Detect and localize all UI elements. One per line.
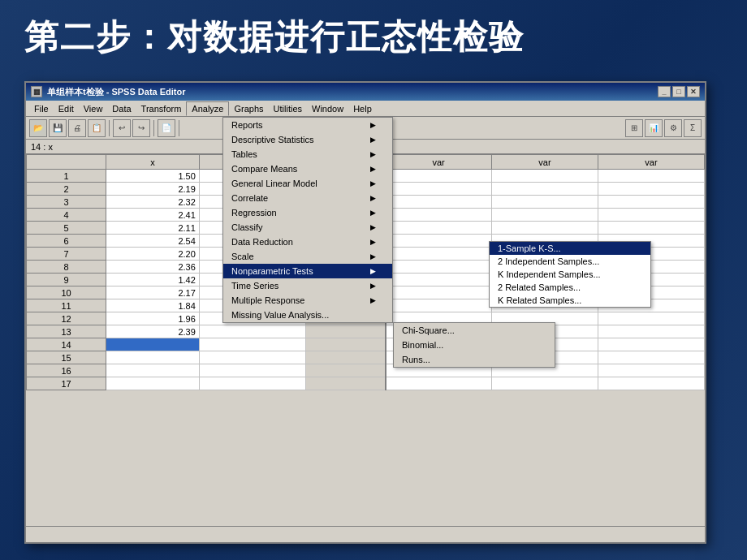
cell-x[interactable]: 2.41 <box>106 209 200 222</box>
toolbar-gear-btn[interactable]: ⚙ <box>664 119 682 137</box>
menu-2-independent[interactable]: 2 Independent Samples... <box>490 255 650 268</box>
cell-var-extra[interactable] <box>386 299 492 312</box>
cell-var-extra[interactable] <box>386 183 492 196</box>
cell-var-extra[interactable] <box>386 377 492 390</box>
cell-var[interactable] <box>199 364 305 377</box>
cell-var-extra[interactable] <box>386 274 492 286</box>
menu-utilities[interactable]: Utilities <box>269 102 307 115</box>
toolbar-redo-btn[interactable]: ↪ <box>132 119 150 137</box>
menu-transform[interactable]: Transform <box>136 102 187 115</box>
cell-x[interactable]: 2.11 <box>106 222 200 235</box>
menu-general-linear-model[interactable]: General Linear Model ▶ <box>223 176 392 191</box>
menu-runs[interactable]: Runs... <box>394 352 555 367</box>
menu-2-related[interactable]: 2 Related Samples... <box>490 281 650 294</box>
toolbar-chart-btn[interactable]: 📊 <box>645 119 663 137</box>
toolbar-recall-btn[interactable]: 📋 <box>88 119 106 137</box>
cell-var-extra[interactable] <box>598 364 704 377</box>
menu-chi-square[interactable]: Chi-Square... <box>394 323 555 338</box>
cell-var-extra[interactable] <box>492 183 598 196</box>
cell-var-extra[interactable] <box>386 209 492 222</box>
cell-var-extra[interactable] <box>386 170 492 183</box>
menu-classify[interactable]: Classify ▶ <box>223 220 392 235</box>
cell-x[interactable]: 2.17 <box>106 286 200 299</box>
col-header-var4[interactable]: var <box>598 155 704 170</box>
menu-missing-value-analysis[interactable]: Missing Value Analysis... <box>223 308 392 322</box>
toolbar-save-btn[interactable]: 💾 <box>49 119 67 137</box>
maximize-button[interactable]: □ <box>672 86 685 97</box>
cell-x[interactable] <box>106 377 200 390</box>
cell-var-extra[interactable] <box>598 196 704 209</box>
menu-k-independent[interactable]: K Independent Samples... <box>490 268 650 281</box>
cell-var[interactable] <box>199 338 305 351</box>
cell-var-extra[interactable] <box>598 183 704 196</box>
close-button[interactable]: ✕ <box>687 86 700 97</box>
cell-x[interactable]: 2.54 <box>106 235 200 248</box>
cell-x[interactable]: 2.36 <box>106 261 200 274</box>
toolbar-new-btn[interactable]: 📄 <box>158 119 175 137</box>
cell-var-extra[interactable] <box>598 377 704 390</box>
cell-x[interactable]: 1.50 <box>106 170 200 183</box>
menu-window[interactable]: Window <box>307 102 348 115</box>
menu-file[interactable]: File <box>29 102 54 115</box>
cell-var-extra[interactable] <box>492 196 598 209</box>
menu-nonparametric-tests[interactable]: Nonparametric Tests ▶ <box>223 264 392 278</box>
cell-x[interactable]: 2.32 <box>106 196 200 209</box>
menu-time-series[interactable]: Time Series ▶ <box>223 278 392 293</box>
menu-correlate[interactable]: Correlate ▶ <box>223 191 392 205</box>
menu-edit[interactable]: Edit <box>54 102 79 115</box>
cell-var-extra[interactable] <box>598 338 704 351</box>
cell-var-extra[interactable] <box>598 222 704 235</box>
menu-k-related[interactable]: K Related Samples... <box>490 294 650 307</box>
toolbar-open-btn[interactable]: 📂 <box>29 119 47 137</box>
menu-help[interactable]: Help <box>348 102 377 115</box>
cell-var-extra[interactable] <box>598 170 704 183</box>
cell-var[interactable] <box>199 325 305 338</box>
cell-var-extra[interactable] <box>386 235 492 248</box>
menu-analyze[interactable]: Analyze <box>186 101 229 116</box>
menu-binomial[interactable]: Binomial... <box>394 338 555 352</box>
toolbar-stats-btn[interactable]: Σ <box>684 119 702 137</box>
cell-x[interactable] <box>106 364 200 377</box>
cell-var-extra[interactable] <box>598 312 704 325</box>
cell-var-extra[interactable] <box>386 261 492 274</box>
cell-var-extra[interactable] <box>598 325 704 338</box>
cell-var-extra[interactable] <box>386 286 492 299</box>
menu-reports[interactable]: Reports ▶ <box>223 118 392 132</box>
cell-x[interactable]: 2.39 <box>106 325 200 338</box>
toolbar-undo-btn[interactable]: ↩ <box>113 119 131 137</box>
minimize-button[interactable]: _ <box>658 86 671 97</box>
cell-x[interactable]: 2.20 <box>106 248 200 261</box>
cell-x[interactable]: 2.19 <box>106 183 200 196</box>
cell-var-extra[interactable] <box>492 209 598 222</box>
toolbar-print-btn[interactable]: 🖨 <box>68 119 86 137</box>
cell-var-extra[interactable] <box>492 222 598 235</box>
col-header-var2[interactable]: var <box>386 155 492 170</box>
menu-multiple-response[interactable]: Multiple Response ▶ <box>223 293 392 308</box>
col-header-x[interactable]: x <box>106 155 200 170</box>
menu-scale[interactable]: Scale ▶ <box>223 249 392 264</box>
menu-tables[interactable]: Tables ▶ <box>223 147 392 162</box>
cell-x[interactable]: 1.96 <box>106 312 200 325</box>
menu-compare-means[interactable]: Compare Means ▶ <box>223 162 392 176</box>
cell-var-extra[interactable] <box>598 209 704 222</box>
menu-descriptive-statistics[interactable]: Descriptive Statistics ▶ <box>223 132 392 147</box>
cell-x[interactable]: 1.42 <box>106 274 200 286</box>
menu-1sample-ks[interactable]: 1-Sample K-S... <box>490 242 650 255</box>
cell-var-extra[interactable] <box>386 196 492 209</box>
cell-var-extra[interactable] <box>386 248 492 261</box>
cell-var-extra[interactable] <box>598 351 704 364</box>
col-header-var3[interactable]: var <box>492 155 598 170</box>
cell-x[interactable] <box>106 351 200 364</box>
cell-var[interactable] <box>199 351 305 364</box>
cell-var-extra[interactable] <box>492 170 598 183</box>
cell-var[interactable] <box>199 377 305 390</box>
menu-data-reduction[interactable]: Data Reduction ▶ <box>223 235 392 249</box>
toolbar-table-btn[interactable]: ⊞ <box>625 119 643 137</box>
menu-regression[interactable]: Regression ▶ <box>223 205 392 220</box>
cell-var-extra[interactable] <box>492 377 598 390</box>
menu-data[interactable]: Data <box>107 102 136 115</box>
cell-var-extra[interactable] <box>386 222 492 235</box>
cell-x[interactable]: 1.84 <box>106 299 200 312</box>
cell-x[interactable] <box>106 338 200 351</box>
menu-graphs[interactable]: Graphs <box>229 102 268 115</box>
